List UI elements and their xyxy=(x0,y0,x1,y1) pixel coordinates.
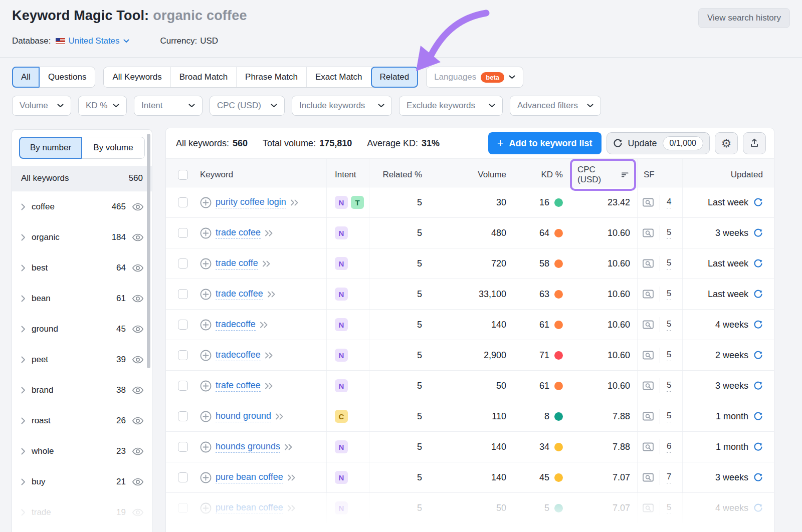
sf-value[interactable]: 6 xyxy=(667,441,671,453)
sf-value[interactable]: 5 xyxy=(667,502,671,514)
filter-exclude-keywords[interactable]: Exclude keywords xyxy=(399,96,503,116)
expand-keyword-icon[interactable] xyxy=(287,505,296,511)
add-keyword-icon[interactable] xyxy=(200,380,212,392)
column-header-intent[interactable]: Intent xyxy=(327,159,369,191)
sf-value[interactable]: 5 xyxy=(667,319,671,331)
add-keyword-icon[interactable] xyxy=(200,350,212,361)
database-selector[interactable]: United States xyxy=(69,36,129,46)
export-button[interactable] xyxy=(743,132,766,154)
sidebar-group-item[interactable]: buy 21 xyxy=(12,466,152,497)
row-checkbox[interactable] xyxy=(178,442,188,452)
tab-all-keywords[interactable]: All Keywords xyxy=(104,67,170,87)
row-refresh-icon[interactable] xyxy=(753,290,763,299)
sf-value[interactable]: 5 xyxy=(667,227,671,239)
column-header-updated[interactable]: Updated xyxy=(683,159,774,191)
keyword-link[interactable]: tradecoffe xyxy=(216,319,256,331)
select-all-checkbox[interactable] xyxy=(178,170,188,180)
row-refresh-icon[interactable] xyxy=(753,228,763,238)
filter-kd-[interactable]: KD % xyxy=(78,96,127,116)
eye-icon[interactable] xyxy=(132,447,144,455)
sf-value[interactable]: 4 xyxy=(667,197,671,208)
keyword-link[interactable]: hound ground xyxy=(216,411,271,422)
sidebar-tab-by-number[interactable]: By number xyxy=(20,137,82,158)
sf-value[interactable]: 7 xyxy=(667,472,671,483)
row-refresh-icon[interactable] xyxy=(753,381,763,391)
tab-related[interactable]: Related xyxy=(371,67,418,87)
column-header-sf[interactable]: SF xyxy=(638,159,683,191)
column-header-volume[interactable]: Volume xyxy=(427,159,512,191)
row-checkbox[interactable] xyxy=(178,228,188,238)
filter-intent[interactable]: Intent xyxy=(134,96,203,116)
add-keyword-icon[interactable] xyxy=(200,227,212,239)
keyword-link[interactable]: trade coffe xyxy=(216,258,258,270)
add-to-keyword-list-button[interactable]: + Add to keyword list xyxy=(488,132,602,154)
keyword-link[interactable]: trafe coffee xyxy=(216,380,261,392)
add-keyword-icon[interactable] xyxy=(200,472,212,483)
row-refresh-icon[interactable] xyxy=(753,442,763,452)
serp-features-icon[interactable] xyxy=(643,442,654,451)
tab-questions[interactable]: Questions xyxy=(40,67,95,87)
eye-icon[interactable] xyxy=(132,386,144,394)
row-refresh-icon[interactable] xyxy=(753,503,763,513)
add-keyword-icon[interactable] xyxy=(200,319,212,331)
tab-phrase-match[interactable]: Phrase Match xyxy=(237,67,307,87)
serp-features-icon[interactable] xyxy=(643,351,654,360)
row-refresh-icon[interactable] xyxy=(753,320,763,330)
tab-all[interactable]: All xyxy=(13,67,40,87)
sidebar-group-item[interactable]: peet 39 xyxy=(12,344,152,375)
keyword-link[interactable]: trade coffee xyxy=(216,289,263,300)
expand-keyword-icon[interactable] xyxy=(265,383,273,389)
serp-features-icon[interactable] xyxy=(643,473,654,482)
languages-dropdown[interactable]: Languages beta xyxy=(426,67,523,88)
filter-include-keywords[interactable]: Include keywords xyxy=(292,96,392,116)
filter-volume[interactable]: Volume xyxy=(12,96,71,116)
keyword-link[interactable]: hounds grounds xyxy=(216,441,280,453)
serp-features-icon[interactable] xyxy=(643,412,654,421)
eye-icon[interactable] xyxy=(132,295,144,303)
sidebar-group-item[interactable]: coffee 465 xyxy=(12,191,152,222)
row-checkbox[interactable] xyxy=(178,350,188,360)
tab-broad-match[interactable]: Broad Match xyxy=(171,67,237,87)
filter-advanced-filters[interactable]: Advanced filters xyxy=(510,96,601,116)
expand-keyword-icon[interactable] xyxy=(275,413,284,420)
row-refresh-icon[interactable] xyxy=(753,351,763,360)
row-checkbox[interactable] xyxy=(178,258,188,269)
add-keyword-icon[interactable] xyxy=(200,289,212,300)
eye-icon[interactable] xyxy=(132,264,144,272)
sf-value[interactable]: 5 xyxy=(667,258,671,270)
sidebar-group-item[interactable]: ground 45 xyxy=(12,314,152,344)
add-keyword-icon[interactable] xyxy=(200,197,212,208)
row-checkbox[interactable] xyxy=(178,472,188,482)
column-header-keyword[interactable]: Keyword xyxy=(189,159,327,191)
sf-value[interactable]: 5 xyxy=(667,350,671,361)
sidebar-group-item[interactable]: roast 26 xyxy=(12,405,152,436)
table-settings-button[interactable]: ⚙ xyxy=(715,132,738,154)
filter-cpc-usd-[interactable]: CPC (USD) xyxy=(210,96,285,116)
keyword-link[interactable]: tradecoffee xyxy=(216,350,261,361)
expand-keyword-icon[interactable] xyxy=(290,199,299,206)
sidebar-group-item[interactable]: brand 38 xyxy=(12,375,152,405)
sf-value[interactable]: 5 xyxy=(667,411,671,422)
row-checkbox[interactable] xyxy=(178,381,188,391)
eye-icon[interactable] xyxy=(132,325,144,333)
row-refresh-icon[interactable] xyxy=(753,473,763,482)
sf-value[interactable]: 5 xyxy=(667,289,671,300)
update-button[interactable]: Update 0/1,000 xyxy=(607,132,710,154)
serp-features-icon[interactable] xyxy=(643,503,654,512)
serp-features-icon[interactable] xyxy=(643,228,654,237)
row-refresh-icon[interactable] xyxy=(753,259,763,269)
expand-keyword-icon[interactable] xyxy=(265,352,273,359)
column-header-related[interactable]: Related % xyxy=(369,159,427,191)
sidebar-group-item[interactable]: best 64 xyxy=(12,252,152,283)
eye-icon[interactable] xyxy=(132,417,144,425)
view-search-history-button[interactable]: View search history xyxy=(698,8,790,28)
expand-keyword-icon[interactable] xyxy=(262,260,271,267)
sidebar-tab-by-volume[interactable]: By volume xyxy=(82,137,144,158)
sidebar-group-item[interactable]: whole 23 xyxy=(12,436,152,466)
eye-icon[interactable] xyxy=(132,508,144,516)
eye-icon[interactable] xyxy=(132,356,144,364)
all-keywords-row[interactable]: All keywords 560 xyxy=(12,166,152,191)
sidebar-group-item[interactable]: bean 61 xyxy=(12,283,152,314)
serp-features-icon[interactable] xyxy=(643,198,654,207)
eye-icon[interactable] xyxy=(132,478,144,486)
